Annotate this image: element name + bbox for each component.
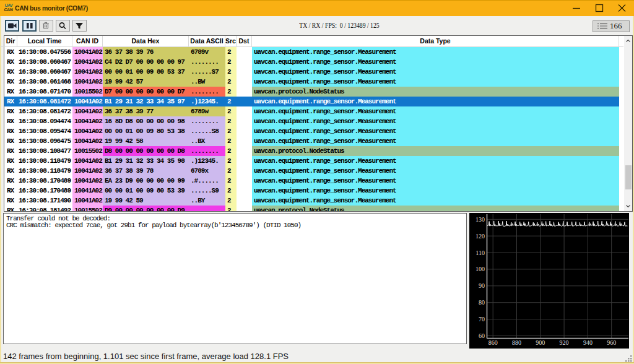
svg-text:80: 80 xyxy=(479,299,485,306)
svg-text:920: 920 xyxy=(560,339,569,346)
svg-text:860: 860 xyxy=(489,339,498,346)
svg-text:130: 130 xyxy=(476,216,485,223)
svg-text:90: 90 xyxy=(479,282,485,289)
svg-text:880: 880 xyxy=(512,339,521,346)
svg-text:960: 960 xyxy=(607,339,616,346)
svg-text:100: 100 xyxy=(476,266,485,272)
svg-text:900: 900 xyxy=(536,339,545,346)
svg-text:60: 60 xyxy=(479,332,485,339)
svg-text:70: 70 xyxy=(479,316,485,323)
svg-text:940: 940 xyxy=(583,339,593,346)
svg-text:110: 110 xyxy=(476,249,485,256)
svg-text:120: 120 xyxy=(476,233,485,240)
